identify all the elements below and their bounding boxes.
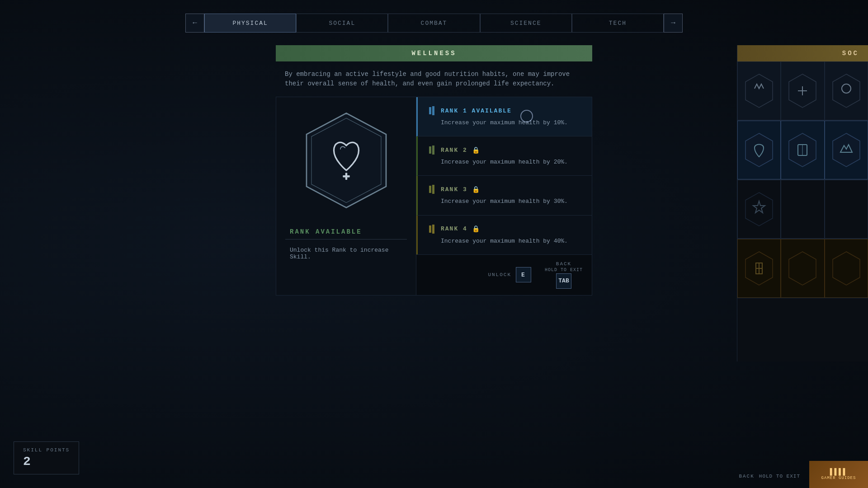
svg-marker-0 (307, 113, 386, 208)
rank-1-name: RANK 1 AVAILABLE (441, 108, 512, 114)
unlock-action[interactable]: UNLOCK E (488, 267, 531, 282)
svg-marker-16 (745, 133, 773, 167)
rank-3-name: RANK 3 (441, 186, 467, 193)
watermark-bars: ▌▌▌▌ (830, 469, 847, 476)
skill-icon-panel: RANK AVAILABLE Unlock this Rank to incre… (276, 97, 416, 295)
skill-card-4-2[interactable] (781, 239, 824, 298)
rank-2-header: RANK 2 🔒 (429, 145, 580, 155)
navigation-bar: ← PHYSICAL SOCIAL COMBAT SCIENCE TECH → (185, 14, 683, 33)
svg-marker-14 (833, 74, 860, 108)
skill-card-2-3[interactable] (825, 121, 868, 179)
back-key-badge[interactable]: TAB (556, 273, 571, 289)
tab-tech[interactable]: TECH (572, 14, 664, 33)
skill-card-1-1[interactable] (737, 61, 781, 120)
skill-description: By embracing an active lifestyle and goo… (276, 61, 592, 97)
rank-4-icon (429, 225, 436, 234)
svg-rect-6 (429, 146, 431, 154)
skills-row-2 (737, 121, 868, 180)
svg-marker-23 (789, 252, 816, 285)
rank-1-desc: Increase your maximum health by 10%. (429, 119, 580, 127)
rank-2-name: RANK 2 (441, 147, 467, 154)
rank-1-icon (429, 106, 436, 115)
back-label: BACK (556, 261, 571, 267)
skill-card-2-1[interactable] (737, 121, 781, 179)
rank-divider (285, 239, 407, 239)
hold-to-exit-text: HOLD TO EXIT (545, 267, 583, 272)
watermark-label: GAMER GUIDES (821, 476, 856, 480)
rank-4-name: RANK 4 (441, 225, 467, 232)
skill-card-2-2[interactable] (781, 121, 824, 179)
skill-points-value: 2 (23, 455, 70, 469)
svg-rect-10 (429, 225, 431, 233)
unlock-label: UNLOCK (488, 272, 511, 277)
back-hint-label: BACK (739, 474, 754, 479)
section-title: WELLNESS (276, 45, 592, 61)
wellness-skill-icon (301, 111, 392, 210)
rank-1-item[interactable]: RANK 1 AVAILABLE Increase your maximum h… (416, 97, 592, 136)
skill-card-3-3[interactable] (825, 180, 868, 239)
skills-row-3 (737, 180, 868, 239)
main-panel: WELLNESS By embracing an active lifestyl… (276, 45, 592, 296)
rank-2-item[interactable]: RANK 2 🔒 Increase your maximum health by… (416, 136, 592, 176)
tab-science[interactable]: SCIENCE (480, 14, 572, 33)
tab-physical[interactable]: PHYSICAL (204, 14, 296, 33)
rank-3-item[interactable]: RANK 3 🔒 Increase your maximum health by… (416, 176, 592, 215)
rank-available-label: RANK AVAILABLE (285, 228, 407, 235)
skill-card-1-3[interactable] (825, 61, 868, 120)
skill-points-box: SKILL POINTS 2 (14, 441, 79, 474)
rank-3-desc: Increase your maximum health by 30%. (429, 197, 580, 206)
skill-card-3-2[interactable] (781, 180, 824, 239)
unlock-key-badge[interactable]: E (516, 267, 531, 282)
content-grid: RANK AVAILABLE Unlock this Rank to incre… (276, 97, 592, 296)
svg-marker-21 (745, 192, 773, 226)
bottom-back-hint: BACK HOLD TO EXIT (739, 474, 800, 479)
rank-1-header: RANK 1 AVAILABLE (429, 106, 580, 115)
svg-marker-24 (833, 252, 860, 285)
nav-prev-button[interactable]: ← (185, 14, 204, 33)
svg-rect-5 (432, 106, 434, 115)
right-panel: SOC (737, 45, 868, 361)
nav-next-button[interactable]: → (664, 14, 683, 33)
skills-row-1 (737, 61, 868, 121)
ranks-panel: RANK 1 AVAILABLE Increase your maximum h… (416, 97, 592, 295)
skill-points-label: SKILL POINTS (23, 447, 70, 453)
rank-2-lock-icon: 🔒 (472, 146, 480, 154)
svg-marker-12 (745, 74, 773, 108)
rank-3-lock-icon: 🔒 (472, 186, 480, 193)
skill-card-1-2[interactable] (781, 61, 824, 120)
skill-card-3-1[interactable] (737, 180, 781, 239)
rank-4-item[interactable]: RANK 4 🔒 Increase your maximum health by… (416, 216, 592, 254)
tab-social[interactable]: SOCIAL (296, 14, 388, 33)
rank-4-lock-icon: 🔒 (472, 225, 480, 233)
back-action[interactable]: BACK HOLD TO EXIT TAB (545, 261, 583, 289)
rank-unlock-text: Unlock this Rank to increase Skill. (285, 243, 407, 264)
action-bar: UNLOCK E BACK HOLD TO EXIT TAB (416, 254, 592, 295)
skills-row-4 (737, 239, 868, 298)
rank-3-icon (429, 185, 436, 194)
rank-2-icon (429, 145, 436, 155)
rank-3-header: RANK 3 🔒 (429, 185, 580, 194)
skill-icon-container (301, 111, 392, 210)
rank-2-desc: Increase your maximum health by 20%. (429, 158, 580, 166)
rank-4-desc: Increase your maximum health by 40%. (429, 237, 580, 245)
tab-combat[interactable]: COMBAT (388, 14, 480, 33)
skill-card-4-3[interactable] (825, 239, 868, 298)
svg-rect-9 (432, 185, 434, 194)
svg-rect-11 (432, 225, 434, 234)
right-panel-title: SOC (737, 45, 868, 61)
svg-rect-4 (429, 107, 431, 114)
skill-card-4-1[interactable] (737, 239, 781, 298)
watermark: ▌▌▌▌ GAMER GUIDES (809, 461, 868, 488)
rank-4-header: RANK 4 🔒 (429, 225, 580, 234)
svg-rect-8 (429, 186, 431, 193)
hold-hint-text: HOLD TO EXIT (759, 474, 800, 479)
svg-rect-3 (345, 173, 347, 180)
svg-rect-7 (432, 145, 434, 155)
svg-marker-20 (833, 133, 860, 167)
